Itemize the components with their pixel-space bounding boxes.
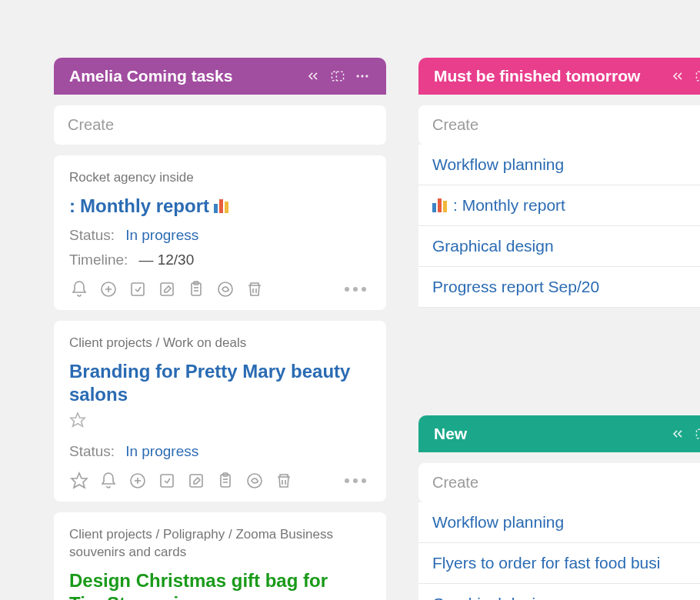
bell-icon[interactable] xyxy=(98,471,118,491)
list-item[interactable]: Workflow planning xyxy=(418,145,700,185)
star-icon[interactable] xyxy=(69,471,89,491)
grid-icon[interactable] xyxy=(694,425,700,442)
svg-rect-9 xyxy=(161,283,173,295)
grid-icon[interactable] xyxy=(694,68,700,85)
star-outline-icon[interactable] xyxy=(69,411,86,434)
card-title: Branding for Pretty Mary beauty salons xyxy=(69,360,371,434)
create-input[interactable]: Create xyxy=(54,105,386,145)
status-value: In progress xyxy=(125,443,198,460)
svg-point-3 xyxy=(361,75,363,77)
column-amelia-tasks: Amelia Coming tasks Create Rocket agency… xyxy=(54,58,386,600)
timeline-label: Timeline: xyxy=(69,252,128,268)
status-label: Status: xyxy=(69,443,115,460)
column-new: New Create Workflow planning Flyers to o… xyxy=(418,415,700,600)
list-item[interactable]: Flyers to order for fast food busi xyxy=(418,543,700,584)
list-item[interactable]: Workflow planning xyxy=(418,502,700,543)
chart-icon xyxy=(214,199,228,213)
svg-rect-0 xyxy=(332,72,344,81)
list-item[interactable]: Graphical design xyxy=(418,584,700,600)
svg-marker-16 xyxy=(72,473,87,488)
chart-icon xyxy=(432,198,447,212)
trash-icon[interactable] xyxy=(245,279,265,299)
svg-point-2 xyxy=(357,75,359,77)
card-breadcrumb: Client projects / Poligraphy / Zooma Bus… xyxy=(69,526,371,562)
trash-icon[interactable] xyxy=(274,471,294,491)
svg-rect-8 xyxy=(132,283,144,295)
edit-icon[interactable] xyxy=(157,279,177,299)
clipboard-icon[interactable] xyxy=(215,471,235,491)
column-title: Must be finished tomorrow xyxy=(434,67,669,85)
column-header[interactable]: New xyxy=(418,415,700,452)
sync-icon[interactable] xyxy=(245,471,265,491)
send-icon[interactable] xyxy=(157,471,177,491)
collapse-icon[interactable] xyxy=(669,425,686,442)
card-title: : Monthly report xyxy=(69,195,371,218)
svg-point-4 xyxy=(365,75,368,77)
create-input[interactable]: Create xyxy=(418,105,700,145)
column-title: New xyxy=(434,425,669,443)
status-value: In progress xyxy=(125,227,198,244)
sync-icon[interactable] xyxy=(215,279,235,299)
more-icon[interactable] xyxy=(354,68,371,85)
card-more-icon[interactable] xyxy=(345,287,371,292)
column-header[interactable]: Must be finished tomorrow xyxy=(418,58,700,95)
timeline-value: — 12/30 xyxy=(138,252,194,268)
status-label: Status: xyxy=(69,227,115,244)
card-breadcrumb: Rocket agency inside xyxy=(69,169,371,187)
svg-rect-27 xyxy=(697,72,701,81)
svg-rect-20 xyxy=(161,475,173,487)
plus-circle-icon[interactable] xyxy=(128,471,148,491)
card-more-icon[interactable] xyxy=(345,478,371,483)
send-icon[interactable] xyxy=(128,279,148,299)
column-tomorrow: Must be finished tomorrow Create Workflo… xyxy=(418,58,700,308)
create-input[interactable]: Create xyxy=(418,463,700,502)
task-card[interactable]: Rocket agency inside : Monthly report St… xyxy=(54,155,386,310)
collapse-icon[interactable] xyxy=(669,68,686,85)
svg-point-14 xyxy=(218,282,232,296)
card-toolbar xyxy=(69,471,371,491)
edit-icon[interactable] xyxy=(186,471,206,491)
list-item[interactable]: : Monthly report xyxy=(418,185,700,226)
grid-icon[interactable] xyxy=(329,68,346,85)
card-toolbar xyxy=(69,279,371,299)
column-title: Amelia Coming tasks xyxy=(69,67,305,85)
list-item[interactable]: Graphical design xyxy=(418,226,700,267)
svg-rect-28 xyxy=(697,429,701,438)
column-header[interactable]: Amelia Coming tasks xyxy=(54,58,386,95)
card-breadcrumb: Client projects / Work on deals xyxy=(69,335,371,352)
svg-rect-21 xyxy=(190,475,202,487)
list-item[interactable]: Progress report Sep/20 xyxy=(418,267,700,308)
bell-icon[interactable] xyxy=(69,279,89,299)
plus-circle-icon[interactable] xyxy=(98,279,118,299)
task-card[interactable]: Client projects / Poligraphy / Zooma Bus… xyxy=(54,512,386,600)
card-title: Design Christmas gift bag for TinyStones… xyxy=(69,569,371,600)
task-card[interactable]: Client projects / Work on deals Branding… xyxy=(54,321,386,502)
svg-marker-15 xyxy=(71,413,85,426)
clipboard-icon[interactable] xyxy=(186,279,206,299)
svg-point-26 xyxy=(248,474,262,488)
collapse-icon[interactable] xyxy=(305,68,322,85)
